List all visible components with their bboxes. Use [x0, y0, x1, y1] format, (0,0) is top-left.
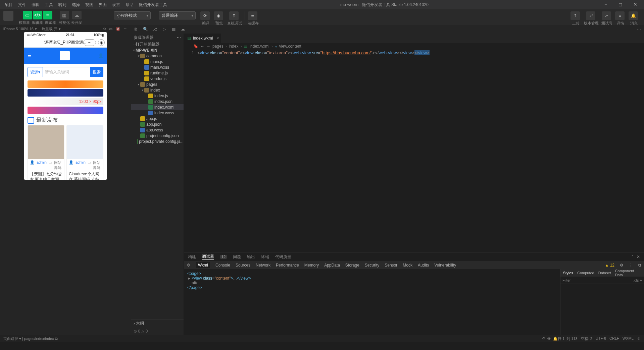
menu-item[interactable]: 视图: [83, 1, 95, 8]
devtab-mock[interactable]: Mock: [403, 263, 412, 268]
upload-button[interactable]: ⤒: [571, 11, 580, 20]
fwd-icon[interactable]: →: [206, 44, 210, 49]
tree-item[interactable]: main.js: [131, 59, 184, 64]
bookmark-icon[interactable]: 🔖: [193, 44, 198, 49]
dom-tree[interactable]: <page> ▸ <view class="content">…</view> …: [184, 269, 560, 335]
testnum-button[interactable]: ↗: [602, 11, 611, 20]
cloud-button[interactable]: ☁: [72, 11, 82, 19]
cls-toggle[interactable]: .cls: [633, 278, 639, 282]
devtab-vulnerability[interactable]: Vulnerability: [434, 263, 456, 268]
capsule-menu-icon[interactable]: ⋯: [83, 39, 96, 46]
tree-item[interactable]: app.json: [131, 121, 184, 127]
path-label[interactable]: 页面路径: [3, 336, 18, 341]
menu-item[interactable]: 帮助: [123, 1, 136, 8]
capsule-close-icon[interactable]: ◉: [98, 39, 105, 46]
debug-icon[interactable]: ▷: [161, 27, 167, 32]
tree-item[interactable]: ▾index: [131, 87, 184, 93]
devtab-appdata[interactable]: AppData: [324, 263, 340, 268]
tab-computed[interactable]: Computed: [577, 271, 594, 275]
close-icon[interactable]: ×: [216, 36, 219, 41]
files-icon[interactable]: 🗎: [133, 27, 139, 32]
encoding[interactable]: UTF-8: [596, 336, 606, 341]
menu-item[interactable]: 编辑: [30, 1, 42, 8]
tab-output[interactable]: 输出: [247, 254, 255, 260]
tree-item[interactable]: index.js: [131, 93, 184, 99]
split-icon[interactable]: ⫟: [187, 44, 191, 49]
add-icon[interactable]: +: [640, 278, 642, 282]
tree-item[interactable]: ▾common: [131, 53, 184, 59]
menu-item[interactable]: 文件: [16, 1, 28, 8]
tab-problems[interactable]: 问题: [233, 254, 241, 260]
devtab-sources[interactable]: Sources: [236, 263, 250, 268]
menu-item[interactable]: 设置: [110, 1, 122, 8]
eye-icon[interactable]: 👁: [547, 337, 551, 341]
tab-debugger[interactable]: 调试器: [202, 254, 214, 260]
minimize-icon[interactable]: －: [600, 2, 612, 8]
menu-item[interactable]: 工具: [43, 1, 55, 8]
tab-styles[interactable]: Styles: [563, 271, 573, 275]
banner[interactable]: [28, 89, 103, 97]
dock-icon[interactable]: ⧉: [638, 263, 641, 268]
devtab-storage[interactable]: Storage: [345, 263, 359, 268]
banner[interactable]: [28, 107, 103, 114]
preview-button[interactable]: ◉: [214, 11, 223, 20]
more-icon[interactable]: ⋮: [629, 263, 633, 268]
close-icon[interactable]: ✕: [629, 2, 641, 8]
tree-item[interactable]: index.wxml: [131, 104, 184, 110]
project-root[interactable]: vMP-WEIXIN: [131, 47, 184, 53]
beaker-icon[interactable]: ⚗: [542, 337, 545, 341]
tree-item[interactable]: project.private.config.js...: [131, 138, 184, 144]
collapse-icon[interactable]: ˅: [631, 254, 633, 259]
ext-icon[interactable]: ▦: [170, 27, 177, 32]
tab-compdata[interactable]: Component Data: [615, 269, 641, 277]
search-button[interactable]: 搜索: [90, 67, 103, 77]
tab-dataset[interactable]: Dataset: [598, 271, 611, 275]
avatar[interactable]: [3, 11, 13, 21]
lang[interactable]: WXML: [623, 336, 634, 341]
devtab-console[interactable]: Console: [215, 263, 230, 268]
tree-item[interactable]: main.wxss: [131, 64, 184, 70]
feedback-icon[interactable]: ☺: [637, 336, 641, 341]
detail-button[interactable]: ≡: [615, 11, 625, 20]
branch-icon[interactable]: ⎇: [152, 27, 158, 32]
tab-terminal[interactable]: 终端: [261, 254, 269, 260]
editor-button[interactable]: </>: [33, 11, 42, 19]
devtab-audits[interactable]: Audits: [418, 263, 429, 268]
path-value[interactable]: pages/index/index: [24, 337, 54, 341]
debugger-button[interactable]: ≡: [43, 11, 52, 19]
devtab-security[interactable]: Security: [365, 263, 379, 268]
tree-item[interactable]: project.config.json: [131, 133, 184, 138]
maximize-icon[interactable]: ◻: [614, 2, 627, 8]
banner[interactable]: 1200 × 90px: [28, 98, 103, 105]
realdev-button[interactable]: ⚲: [229, 11, 239, 20]
search-input[interactable]: 请输入关键词: [43, 67, 90, 77]
compile-mode-select[interactable]: 普通编译: [159, 11, 196, 19]
warning-count[interactable]: ▲ 12: [605, 263, 614, 268]
menu-item[interactable]: 界面: [97, 1, 109, 8]
tree-item[interactable]: index.json: [131, 99, 184, 104]
outline-toggle[interactable]: › 大纲: [131, 319, 184, 327]
compile-button[interactable]: ⟳: [200, 11, 210, 20]
user-icon[interactable]: 👤: [98, 53, 103, 58]
mode-select[interactable]: 小程序模式: [114, 11, 151, 19]
cursor-pos[interactable]: 行 1, 列 113: [558, 336, 578, 341]
menu-item[interactable]: 项目: [3, 1, 15, 8]
tree-item[interactable]: vendor.js: [131, 76, 184, 81]
back-icon[interactable]: ←: [200, 44, 204, 49]
card[interactable]: 👤 admin▭ 网站源码 Cloudreve个人网盘 系统源码 支持云存: [66, 125, 103, 180]
code-editor[interactable]: 1 <view class="content"><view class="tex…: [184, 50, 644, 252]
card[interactable]: 👤 admin▭ 网站源码 【亲测】七分钟交友 匿名聊天室源码: [28, 125, 64, 180]
open-editors[interactable]: ›打开的编辑器: [131, 42, 184, 47]
more-icon[interactable]: ⋯: [636, 27, 642, 32]
filter-input[interactable]: Filter: [562, 278, 571, 282]
mute-icon[interactable]: 🔇: [116, 27, 120, 31]
indent[interactable]: 空格: 2: [581, 336, 592, 341]
phone-icon[interactable]: ▭: [109, 27, 112, 31]
close-icon[interactable]: ✕: [637, 254, 640, 259]
category-select[interactable]: 资源 ▾: [28, 67, 43, 77]
clear-button[interactable]: ≣: [248, 11, 257, 20]
menu-icon[interactable]: ☰: [28, 53, 31, 58]
eol[interactable]: CRLF: [609, 336, 619, 341]
menu-item[interactable]: 微信开发者工具: [137, 1, 169, 8]
banner[interactable]: [28, 80, 103, 88]
